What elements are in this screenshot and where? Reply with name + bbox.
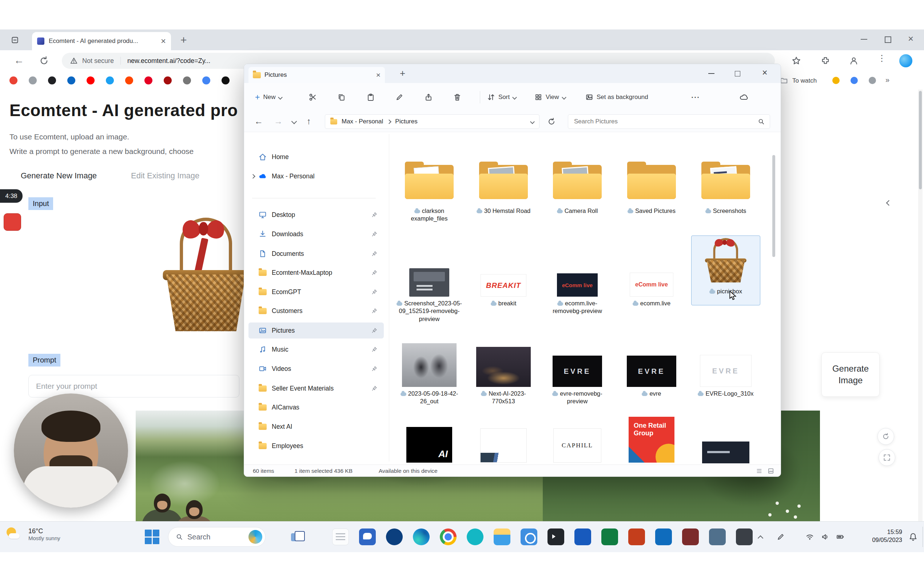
bookmark-favicon[interactable] [29, 76, 37, 84]
breadcrumb-current[interactable]: Pictures [395, 118, 417, 125]
thumbnail-view-icon[interactable] [767, 468, 774, 474]
chevron-down-icon[interactable] [291, 119, 297, 125]
tab-close-icon[interactable]: × [161, 37, 166, 45]
taskbar-app-icon[interactable] [386, 529, 403, 545]
taskbar-app-icon[interactable] [682, 529, 699, 545]
bookmark-favicon[interactable] [164, 76, 172, 84]
delete-button[interactable] [453, 89, 461, 105]
taskbar-app-icon[interactable] [736, 529, 752, 545]
file-item[interactable]: EVRE EVRE-Logo_310x [691, 335, 760, 398]
file-item[interactable]: One Retail Group [617, 412, 686, 463]
bookmark-favicon[interactable] [10, 76, 18, 84]
chevron-down-icon[interactable] [530, 119, 535, 124]
file-item[interactable] [469, 412, 538, 463]
taskbar-app-icon[interactable] [494, 529, 510, 545]
taskbar-app-icon[interactable] [601, 529, 618, 545]
copy-button[interactable] [338, 89, 346, 105]
collapse-chevron-icon[interactable] [886, 200, 892, 206]
onedrive-sync-icon[interactable] [740, 89, 748, 105]
file-item[interactable]: Camera Roll [543, 160, 612, 215]
share-button[interactable] [424, 89, 432, 105]
sidebar-item-aicanvas[interactable]: AICanvas [248, 399, 384, 415]
refresh-float-button[interactable] [877, 428, 894, 445]
page-scrollbar-thumb[interactable] [919, 91, 922, 189]
new-tab-button[interactable]: + [180, 34, 187, 46]
sidebar-item-ecomgpt[interactable]: EcomGPT [248, 284, 384, 300]
menu-dots-icon[interactable]: ⋮ [877, 53, 887, 63]
file-item[interactable]: EVRE evre-removebg-preview [543, 335, 612, 406]
sidebar-item-seller-event-materials[interactable]: Seller Event Materials [248, 380, 384, 396]
sidebar-item-documents[interactable]: Documents [248, 246, 384, 262]
bookmark-folder-label[interactable]: To watch [792, 77, 817, 84]
file-item[interactable] [691, 441, 760, 463]
taskbar-app-icon[interactable] [359, 529, 376, 545]
file-item[interactable]: Screenshot_2023-05-09_152519-removebg-pr… [395, 252, 464, 323]
webcam-overlay[interactable] [14, 393, 128, 508]
bookmark-favicon[interactable] [144, 76, 152, 84]
browser-tab[interactable]: Ecomtent - AI generated produ... × [32, 32, 171, 50]
explorer-search[interactable] [568, 114, 770, 129]
explorer-tab[interactable]: Pictures × [248, 67, 385, 83]
refresh-icon[interactable] [547, 118, 555, 125]
breadcrumb-root[interactable]: Max - Personal [341, 118, 383, 125]
bookmarks-overflow-icon[interactable]: » [885, 76, 890, 84]
more-options-icon[interactable]: ⋯ [691, 89, 700, 105]
explorer-search-input[interactable] [573, 118, 758, 125]
up-icon[interactable]: ↑ [307, 116, 311, 126]
fullscreen-float-button[interactable] [879, 449, 895, 466]
sidebar-item-downloads[interactable]: Downloads [248, 226, 384, 242]
sidebar-item-videos[interactable]: Videos [248, 361, 384, 377]
sidebar-item-ecomtent-maxlaptop[interactable]: Ecomtent-MaxLaptop [248, 265, 384, 281]
file-item[interactable]: 30 Hemstal Road [469, 160, 538, 215]
taskbar-app-icon[interactable] [547, 529, 564, 545]
view-button[interactable]: View [534, 89, 566, 105]
taskbar-app-icon[interactable] [467, 529, 484, 545]
explorer-maximize-button[interactable] [735, 71, 740, 76]
extensions-icon[interactable] [821, 56, 830, 65]
bookmark-favicon[interactable] [67, 76, 75, 84]
task-view-button[interactable] [291, 531, 304, 543]
back-icon[interactable]: ← [14, 55, 24, 66]
forward-icon[interactable]: → [274, 116, 283, 126]
breadcrumb[interactable]: Max - Personal Pictures [325, 114, 539, 129]
bookmark-favicon[interactable] [48, 76, 56, 84]
chevron-right-icon[interactable] [251, 174, 256, 179]
taskbar-app-icon[interactable] [332, 529, 349, 545]
generate-image-button[interactable]: Generate Image [821, 352, 880, 397]
wifi-icon[interactable] [806, 533, 814, 541]
avatar[interactable] [899, 54, 913, 67]
volume-icon[interactable] [821, 533, 829, 541]
weather-icon[interactable] [4, 526, 26, 548]
sidebar-item-home[interactable]: Home [248, 149, 384, 165]
pen-tray-icon[interactable] [777, 533, 785, 541]
window-close-button[interactable]: × [908, 33, 913, 44]
file-item[interactable]: clarkson example_files [395, 160, 464, 223]
sort-button[interactable]: Sort [487, 89, 516, 105]
clock[interactable]: 15:59 09/05/2023 [862, 528, 902, 544]
rename-button[interactable] [395, 89, 403, 105]
file-item[interactable]: EVRE evre [617, 335, 686, 398]
taskbar-app-icon[interactable] [413, 529, 430, 545]
file-item[interactable]: Next-AI-2023-770x513 [469, 335, 538, 406]
back-icon[interactable]: ← [254, 116, 263, 126]
sidebar-item-onedrive[interactable]: Max - Personal [248, 168, 384, 184]
weather-widget[interactable]: 16°C Mostly sunny [28, 528, 60, 541]
taskbar-app-icon[interactable] [574, 529, 591, 545]
taskbar-app-icon[interactable] [440, 529, 456, 545]
explorer-new-tab-button[interactable]: + [400, 68, 405, 79]
notification-bell-icon[interactable] [909, 533, 918, 541]
sidebar-item-employees[interactable]: Employees [248, 438, 384, 454]
bookmark-favicon[interactable] [125, 76, 133, 84]
sidebar-item-next-ai[interactable]: Next AI [248, 419, 384, 435]
explorer-tab-close-icon[interactable]: × [376, 71, 380, 80]
tab-generate-new-image[interactable]: Generate New Image [21, 171, 97, 180]
start-button[interactable] [145, 529, 159, 544]
sidebar-item-pictures[interactable]: Pictures [248, 323, 384, 338]
file-item[interactable]: eComm live ecomm.live-removebg-preview [543, 252, 612, 315]
sidebar-item-music[interactable]: Music [248, 341, 384, 357]
battery-icon[interactable] [836, 533, 844, 541]
profile-icon[interactable] [849, 56, 859, 65]
new-button[interactable]: + New [255, 89, 282, 105]
reload-icon[interactable] [39, 56, 49, 65]
taskbar-app-icon[interactable] [521, 529, 537, 545]
